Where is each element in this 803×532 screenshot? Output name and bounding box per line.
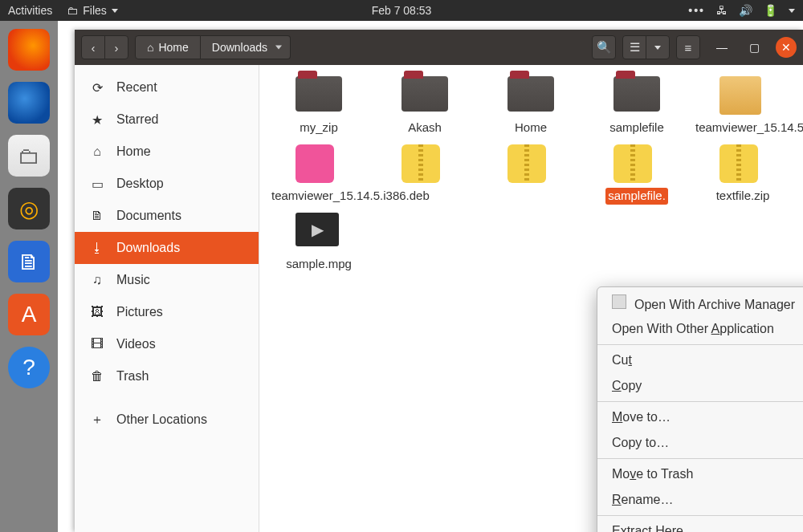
starred-icon: ★ bbox=[89, 112, 105, 128]
file-item[interactable]: samplefile. bbox=[585, 144, 688, 205]
dock-software-icon[interactable]: A bbox=[8, 294, 50, 335]
dock-help-icon[interactable]: ? bbox=[8, 347, 50, 388]
breadcrumb: ⌂ Home Downloads bbox=[135, 35, 291, 59]
file-item[interactable]: teamviewer_15.14.5.x86_64.rpm bbox=[691, 76, 794, 136]
context-menu-item[interactable]: Move to… bbox=[597, 404, 803, 430]
file-item[interactable] bbox=[373, 144, 476, 205]
video-icon: ▶ bbox=[296, 213, 342, 251]
app-menu-files[interactable]: 🗀 Files bbox=[67, 4, 118, 17]
sidebar-item-label: Music bbox=[116, 273, 150, 287]
context-menu-item-label: Move to Trash bbox=[612, 467, 693, 481]
nav-forward-button[interactable]: › bbox=[104, 35, 128, 59]
file-label: Home bbox=[512, 120, 549, 136]
window-close-button[interactable]: ✕ bbox=[776, 37, 797, 58]
documents-icon: 🗎 bbox=[89, 209, 105, 223]
recent-icon: ⟳ bbox=[89, 80, 105, 95]
context-menu-item[interactable]: CopyCtrl+C bbox=[597, 373, 803, 399]
file-item[interactable]: ▶sample.mpg bbox=[267, 213, 370, 273]
sidebar-item-home[interactable]: ⌂Home bbox=[75, 136, 259, 168]
zip-icon bbox=[719, 144, 766, 183]
sidebar-item-label: Starred bbox=[116, 112, 158, 127]
sidebar-item-trash[interactable]: 🗑Trash bbox=[75, 360, 259, 392]
file-label: teamviewer_15.14.5.x86_64.rpm bbox=[693, 120, 793, 136]
context-menu-item[interactable]: Extract Here bbox=[597, 518, 803, 532]
dock-rhythmbox-icon[interactable]: ◎ bbox=[8, 188, 50, 229]
activities-button[interactable]: Activities bbox=[8, 4, 52, 17]
trash-icon: 🗑 bbox=[89, 369, 105, 384]
sidebar-item-videos[interactable]: 🎞Videos bbox=[75, 328, 259, 360]
sidebar-item-label: Other Locations bbox=[116, 412, 207, 427]
other-locations-icon: ＋ bbox=[89, 412, 105, 428]
dock-files-icon[interactable]: 🗀 bbox=[8, 135, 50, 177]
context-menu-item-label: Copy to… bbox=[612, 436, 669, 450]
sidebar-item-label: Pictures bbox=[116, 305, 163, 319]
headerbar: ‹ › ⌂ Home Downloads 🔍 ☰ ≡ — ▢ ✕ bbox=[75, 30, 803, 65]
context-menu-item-label: Extract Here bbox=[612, 524, 683, 532]
file-item[interactable]: Akash bbox=[373, 76, 476, 136]
sidebar-item-pictures[interactable]: 🖼Pictures bbox=[75, 296, 259, 328]
battery-icon[interactable]: 🔋 bbox=[764, 4, 777, 17]
sidebar-item-recent[interactable]: ⟳Recent bbox=[75, 71, 259, 104]
notification-dots-icon[interactable]: ••• bbox=[688, 4, 705, 17]
file-label: teamviewer_15.14.5.i386.deb bbox=[269, 188, 369, 205]
archive-icon bbox=[612, 294, 626, 309]
file-label: textfile.zip bbox=[714, 188, 772, 205]
sidebar-item-label: Documents bbox=[116, 209, 181, 223]
file-item[interactable]: my_zip bbox=[267, 76, 370, 136]
sidebar-item-music[interactable]: ♫Music bbox=[75, 264, 259, 296]
search-icon: 🔍 bbox=[597, 40, 612, 55]
context-menu-item-label: Cut bbox=[612, 353, 632, 368]
sidebar-item-starred[interactable]: ★Starred bbox=[75, 104, 259, 136]
context-menu-separator bbox=[597, 515, 803, 516]
file-label bbox=[528, 188, 533, 189]
file-view[interactable]: my_zipAkashHomesamplefileteamviewer_15.1… bbox=[259, 65, 803, 532]
nav-back-button[interactable]: ‹ bbox=[81, 35, 105, 59]
breadcrumb-downloads-label: Downloads bbox=[212, 41, 267, 54]
sidebar-item-downloads[interactable]: ⭳Downloads bbox=[75, 232, 259, 264]
sidebar-item-documents[interactable]: 🗎Documents bbox=[75, 200, 259, 232]
places-sidebar: ⟳Recent★Starred⌂Home▭Desktop🗎Documents⭳D… bbox=[75, 65, 259, 532]
context-menu-item[interactable]: CutCtrl+X bbox=[597, 347, 803, 373]
deb-icon bbox=[296, 144, 342, 183]
file-label: Akash bbox=[406, 120, 444, 136]
window-maximize-button[interactable]: ▢ bbox=[744, 37, 764, 58]
clock[interactable]: Feb 7 08:53 bbox=[372, 4, 432, 17]
context-menu-item[interactable]: Open With Other Application bbox=[597, 316, 803, 342]
context-menu-item[interactable]: Rename…F2 bbox=[597, 487, 803, 513]
view-options-chevron[interactable] bbox=[646, 35, 670, 59]
window-minimize-button[interactable]: — bbox=[711, 37, 732, 58]
folder-icon bbox=[402, 76, 448, 115]
sidebar-item-label: Downloads bbox=[116, 241, 180, 255]
breadcrumb-home-label: Home bbox=[158, 41, 188, 54]
dock-writer-icon[interactable]: 🗎 bbox=[8, 241, 50, 282]
file-item[interactable]: Home bbox=[479, 76, 582, 136]
folder-icon bbox=[507, 76, 554, 115]
dock-firefox-icon[interactable] bbox=[8, 29, 50, 71]
context-menu-separator bbox=[597, 458, 803, 459]
context-menu-separator bbox=[597, 344, 803, 345]
file-item[interactable] bbox=[479, 144, 582, 205]
sidebar-item-other-locations[interactable]: ＋Other Locations bbox=[75, 404, 259, 436]
context-menu-item[interactable]: Open With Archive ManagerReturn bbox=[597, 290, 803, 316]
context-menu-item[interactable]: Move to TrashDelete bbox=[597, 461, 803, 487]
network-icon[interactable]: 🖧 bbox=[716, 4, 728, 17]
context-menu-item[interactable]: Copy to… bbox=[597, 430, 803, 456]
downloads-icon: ⭳ bbox=[89, 241, 105, 255]
breadcrumb-home[interactable]: ⌂ Home bbox=[135, 35, 201, 59]
file-item[interactable]: samplefile bbox=[585, 76, 688, 136]
context-menu-item-label: Copy bbox=[612, 379, 642, 393]
dock-thunderbird-icon[interactable] bbox=[8, 82, 50, 124]
system-menu-chevron-icon[interactable] bbox=[789, 9, 795, 13]
breadcrumb-downloads[interactable]: Downloads bbox=[201, 35, 291, 59]
file-item[interactable]: teamviewer_15.14.5.i386.deb bbox=[267, 144, 370, 205]
file-label: samplefile bbox=[607, 120, 666, 136]
view-list-button[interactable]: ☰ bbox=[622, 35, 646, 59]
sidebar-item-desktop[interactable]: ▭Desktop bbox=[75, 168, 259, 200]
hamburger-menu-button[interactable]: ≡ bbox=[676, 35, 700, 59]
search-button[interactable]: 🔍 bbox=[592, 35, 616, 59]
chevron-down-icon bbox=[654, 46, 661, 50]
file-item[interactable]: textfile.zip bbox=[691, 144, 794, 205]
app-menu-label: Files bbox=[83, 4, 107, 17]
file-context-menu: Open With Archive ManagerReturnOpen With… bbox=[597, 286, 803, 532]
volume-icon[interactable]: 🔊 bbox=[739, 4, 752, 17]
